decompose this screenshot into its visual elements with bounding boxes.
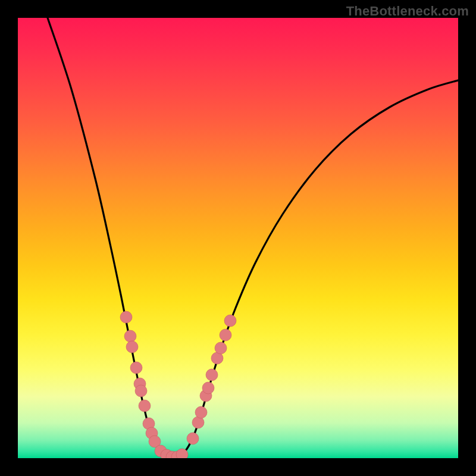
data-marker <box>202 382 214 394</box>
data-marker <box>206 369 218 381</box>
chart-svg <box>18 18 458 458</box>
data-marker <box>220 329 231 341</box>
data-markers <box>120 311 236 458</box>
chart-frame: TheBottleneck.com <box>0 0 476 476</box>
data-marker <box>187 433 199 444</box>
data-marker <box>124 330 136 342</box>
plot-area <box>18 18 458 458</box>
data-marker <box>130 362 142 374</box>
data-marker <box>139 400 151 412</box>
data-marker <box>126 341 138 353</box>
data-marker <box>195 406 207 418</box>
data-marker <box>135 385 147 397</box>
bottleneck-curve <box>48 18 458 458</box>
data-marker <box>120 311 132 323</box>
data-marker <box>215 342 227 354</box>
data-marker <box>224 315 236 327</box>
watermark-text: TheBottleneck.com <box>346 4 469 19</box>
